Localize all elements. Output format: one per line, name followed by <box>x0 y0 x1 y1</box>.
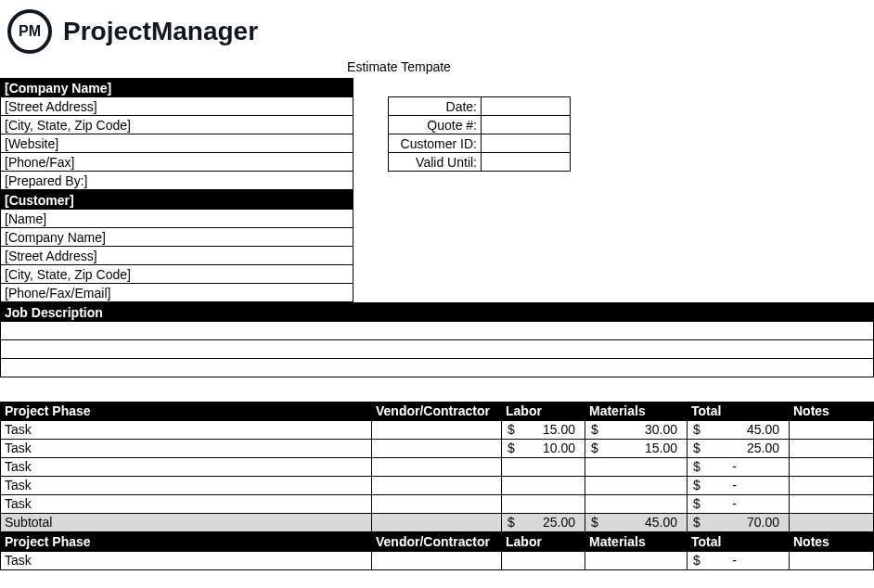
materials-cell[interactable]: $15.00 <box>585 439 688 457</box>
col-vendor: Vendor/Contractor <box>372 532 502 551</box>
document-title: Estimate Tempate <box>158 58 640 78</box>
vendor-cell[interactable] <box>372 457 502 476</box>
company-preparedby[interactable]: [Prepared By:] <box>1 172 353 190</box>
phase2-table: Project Phase Vendor/Contractor Labor Ma… <box>0 532 874 570</box>
quote-value-customerid[interactable] <box>482 134 571 153</box>
materials-cell[interactable]: $30.00 <box>585 420 688 439</box>
task-cell[interactable]: Task <box>1 420 372 439</box>
customer-street[interactable]: [Street Address] <box>1 247 353 265</box>
quote-label-quoteno: Quote #: <box>389 116 482 134</box>
quote-label-customerid: Customer ID: <box>389 134 482 153</box>
task-row: Task $15.00 $30.00 $45.00 <box>1 420 874 439</box>
total-cell: $- <box>688 551 790 569</box>
labor-cell[interactable]: $10.00 <box>502 439 585 457</box>
customer-citystate[interactable]: [City, State, Zip Code] <box>1 265 353 284</box>
notes-cell[interactable] <box>790 439 874 457</box>
labor-cell[interactable] <box>502 494 585 513</box>
vendor-cell[interactable] <box>372 476 502 494</box>
notes-cell[interactable] <box>790 457 874 476</box>
task-cell[interactable]: Task <box>1 439 372 457</box>
company-website[interactable]: [Website] <box>1 134 353 153</box>
customer-table: [Customer] [Name] [Company Name] [Street… <box>0 190 874 302</box>
brand-logo-icon: PM <box>7 9 52 54</box>
col-vendor: Vendor/Contractor <box>372 402 502 420</box>
total-cell: $25.00 <box>688 439 790 457</box>
vendor-cell[interactable] <box>372 494 502 513</box>
task-cell[interactable]: Task <box>1 551 372 569</box>
company-street[interactable]: [Street Address] <box>1 97 353 116</box>
subtotal-row: Subtotal $25.00 $45.00 $70.00 <box>1 513 874 531</box>
materials-cell[interactable] <box>585 551 688 569</box>
task-cell[interactable]: Task <box>1 476 372 494</box>
notes-cell[interactable] <box>790 494 874 513</box>
task-row: Task $- <box>1 494 874 513</box>
task-row: Task $10.00 $15.00 $25.00 <box>1 439 874 457</box>
jobdesc-row[interactable] <box>1 322 874 340</box>
quote-value-quoteno[interactable] <box>482 116 571 134</box>
quote-value-validuntil[interactable] <box>482 153 571 172</box>
jobdesc-header: Job Description <box>1 303 874 322</box>
labor-cell[interactable]: $15.00 <box>502 420 585 439</box>
task-cell[interactable]: Task <box>1 457 372 476</box>
customer-company[interactable]: [Company Name] <box>1 228 353 247</box>
customer-contact[interactable]: [Phone/Fax/Email] <box>1 284 353 302</box>
col-notes: Notes <box>790 402 874 420</box>
col-total: Total <box>688 532 790 551</box>
col-notes: Notes <box>790 532 874 551</box>
company-header: [Company Name] <box>1 79 353 97</box>
brand-name: ProjectManager <box>63 17 258 46</box>
col-phase: Project Phase <box>1 532 372 551</box>
materials-cell[interactable] <box>585 494 688 513</box>
task-row: Task $- <box>1 457 874 476</box>
col-materials: Materials <box>585 402 688 420</box>
quote-value-date[interactable] <box>482 97 571 116</box>
notes-cell[interactable] <box>790 420 874 439</box>
total-cell: $- <box>688 476 790 494</box>
col-phase: Project Phase <box>1 402 372 420</box>
materials-cell[interactable] <box>585 457 688 476</box>
company-phone[interactable]: [Phone/Fax] <box>1 153 353 172</box>
jobdesc-row[interactable] <box>1 359 874 377</box>
customer-header: [Customer] <box>1 191 353 210</box>
notes-cell[interactable] <box>790 551 874 569</box>
quote-label-validuntil: Valid Until: <box>389 153 482 172</box>
col-materials: Materials <box>585 532 688 551</box>
phase1-table: Project Phase Vendor/Contractor Labor Ma… <box>0 402 874 532</box>
jobdesc-table: Job Description <box>0 302 874 402</box>
total-cell: $45.00 <box>688 420 790 439</box>
total-cell: $- <box>688 457 790 476</box>
task-row: Task $- <box>1 476 874 494</box>
materials-cell[interactable] <box>585 476 688 494</box>
brand-header: PM ProjectManager <box>0 0 874 58</box>
customer-name[interactable]: [Name] <box>1 210 353 228</box>
company-quote-table: [Company Name] [Street Address] Date: [C… <box>0 78 874 190</box>
jobdesc-row[interactable] <box>1 340 874 359</box>
labor-cell[interactable] <box>502 457 585 476</box>
vendor-cell[interactable] <box>372 420 502 439</box>
vendor-cell[interactable] <box>372 439 502 457</box>
company-citystate[interactable]: [City, State, Zip Code] <box>1 116 353 134</box>
notes-cell[interactable] <box>790 476 874 494</box>
subtotal-materials: $45.00 <box>585 513 688 531</box>
task-row: Task $- <box>1 551 874 569</box>
labor-cell[interactable] <box>502 551 585 569</box>
subtotal-label: Subtotal <box>1 513 372 531</box>
labor-cell[interactable] <box>502 476 585 494</box>
vendor-cell[interactable] <box>372 551 502 569</box>
col-total: Total <box>688 402 790 420</box>
quote-label-date: Date: <box>389 97 482 116</box>
col-labor: Labor <box>502 402 585 420</box>
task-cell[interactable]: Task <box>1 494 372 513</box>
col-labor: Labor <box>502 532 585 551</box>
subtotal-labor: $25.00 <box>502 513 585 531</box>
total-cell: $- <box>688 494 790 513</box>
subtotal-total: $70.00 <box>688 513 790 531</box>
